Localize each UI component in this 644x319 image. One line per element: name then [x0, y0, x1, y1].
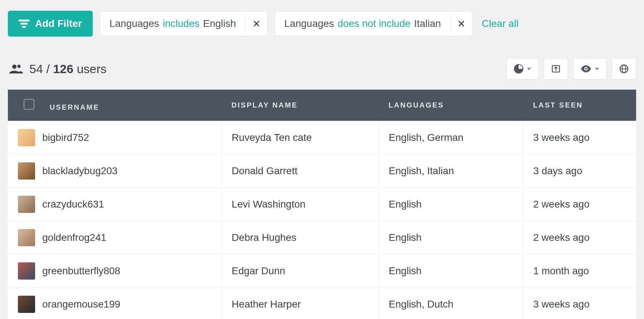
avatar	[18, 162, 35, 180]
filter-value: English	[203, 18, 236, 29]
cell-username: orangemouse199	[42, 299, 120, 310]
cell-last-seen: 2 weeks ago	[523, 221, 636, 254]
cell-last-seen: 3 weeks ago	[523, 288, 636, 319]
filter-chip: Languages does not include Italian	[275, 11, 472, 36]
filter-value: Italian	[414, 18, 441, 29]
filter-icon	[19, 19, 29, 28]
toolbar-right	[506, 58, 636, 80]
cell-username: crazyduck631	[42, 199, 104, 210]
filtered-count: 54	[29, 62, 43, 76]
cell-display-name: Edgar Dunn	[221, 254, 379, 288]
col-last-seen: LAST SEEN	[523, 90, 636, 121]
cell-last-seen: 2 weeks ago	[523, 188, 636, 221]
select-all-checkbox[interactable]	[24, 99, 34, 110]
col-display-name: DISPLAY NAME	[221, 90, 379, 121]
table-row[interactable]: bigbird752 Ruveyda Ten cate English, Ger…	[8, 121, 636, 154]
svg-point-8	[585, 68, 587, 70]
users-table-wrap: USERNAME DISPLAY NAME LANGUAGES LAST SEE…	[0, 90, 644, 319]
eye-icon	[581, 65, 591, 72]
close-icon	[458, 20, 465, 27]
cell-display-name: Ruveyda Ten cate	[221, 121, 379, 154]
filter-remove-button[interactable]	[450, 14, 472, 34]
visibility-button[interactable]	[573, 58, 607, 80]
pie-chart-icon	[514, 64, 523, 73]
export-button[interactable]	[544, 58, 568, 80]
add-filter-button[interactable]: Add Filter	[8, 11, 93, 37]
cell-username: blackladybug203	[42, 165, 117, 177]
table-row[interactable]: goldenfrog241 Debra Hughes English 2 wee…	[8, 221, 636, 254]
svg-point-4	[18, 65, 21, 68]
users-table: USERNAME DISPLAY NAME LANGUAGES LAST SEE…	[8, 90, 636, 319]
col-languages: LANGUAGES	[379, 90, 523, 121]
cell-languages: English	[379, 188, 523, 221]
col-username: USERNAME	[50, 103, 99, 111]
clear-all-link[interactable]: Clear all	[482, 18, 519, 29]
filter-operator: does not include	[337, 18, 410, 29]
avatar	[18, 196, 35, 213]
table-row[interactable]: orangemouse199 Heather Harper English, D…	[8, 288, 636, 319]
cell-last-seen: 3 days ago	[523, 154, 636, 188]
cell-display-name: Heather Harper	[221, 288, 379, 319]
avatar	[18, 129, 35, 146]
cell-last-seen: 1 month ago	[523, 254, 636, 288]
result-count: 54 / 126 users	[9, 62, 107, 76]
caret-down-icon	[595, 68, 599, 70]
caret-down-icon	[527, 68, 531, 70]
svg-point-3	[12, 65, 16, 69]
globe-button[interactable]	[612, 58, 636, 80]
globe-icon	[619, 64, 629, 73]
cell-username: bigbird752	[42, 132, 89, 143]
filter-bar: Add Filter Languages includes English La…	[0, 0, 644, 37]
export-icon	[551, 64, 561, 73]
cell-languages: English	[379, 254, 523, 288]
filter-chip-body[interactable]: Languages includes English	[100, 11, 245, 36]
filter-chip: Languages includes English	[100, 11, 268, 36]
svg-rect-0	[19, 20, 29, 22]
people-icon	[9, 64, 23, 73]
cell-display-name: Debra Hughes	[221, 221, 379, 254]
cell-languages: English	[379, 221, 523, 254]
cell-languages: English, Dutch	[379, 288, 523, 319]
avatar	[18, 262, 35, 280]
count-noun: users	[77, 62, 106, 76]
svg-rect-1	[20, 23, 28, 25]
table-header-row: USERNAME DISPLAY NAME LANGUAGES LAST SEE…	[8, 90, 636, 121]
count-bar: 54 / 126 users	[0, 37, 644, 90]
close-icon	[253, 20, 260, 27]
add-filter-label: Add Filter	[35, 18, 82, 29]
filter-field: Languages	[110, 18, 159, 29]
count-separator: /	[46, 62, 49, 76]
table-row[interactable]: blackladybug203 Donald Garrett English, …	[8, 154, 636, 188]
filter-remove-button[interactable]	[245, 14, 267, 34]
cell-display-name: Donald Garrett	[221, 154, 379, 188]
svg-rect-2	[22, 26, 26, 28]
total-count: 126	[53, 62, 73, 76]
chart-button[interactable]	[506, 58, 539, 80]
cell-username: goldenfrog241	[42, 232, 106, 243]
filter-chip-body[interactable]: Languages does not include Italian	[275, 11, 450, 36]
avatar	[18, 296, 35, 313]
avatar	[18, 229, 35, 246]
cell-languages: English, Italian	[379, 154, 523, 188]
cell-username: greenbutterfly808	[42, 265, 120, 277]
table-row[interactable]: crazyduck631 Levi Washington English 2 w…	[8, 188, 636, 221]
filter-field: Languages	[284, 18, 334, 29]
table-row[interactable]: greenbutterfly808 Edgar Dunn English 1 m…	[8, 254, 636, 288]
filter-operator: includes	[163, 18, 200, 29]
cell-display-name: Levi Washington	[221, 188, 379, 221]
cell-last-seen: 3 weeks ago	[523, 121, 636, 154]
cell-languages: English, German	[379, 121, 523, 154]
